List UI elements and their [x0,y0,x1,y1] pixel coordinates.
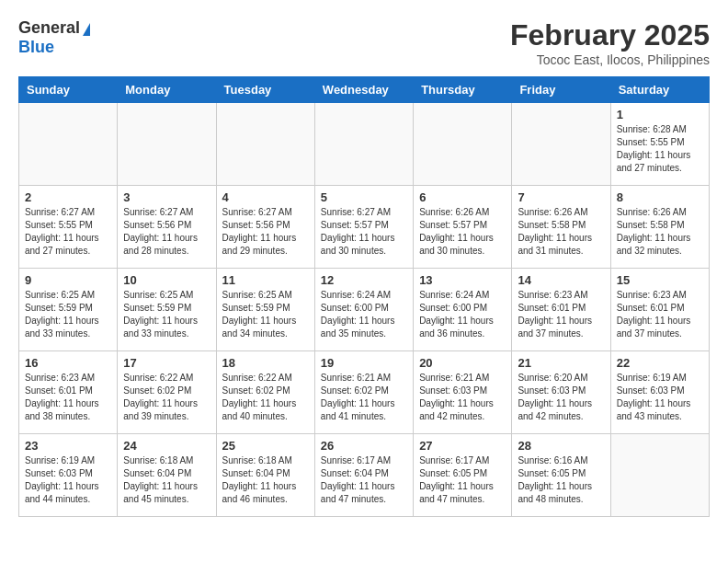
week-row-1: 1Sunrise: 6:28 AMSunset: 5:55 PMDaylight… [19,103,710,186]
day-cell: 24Sunrise: 6:18 AMSunset: 6:04 PMDayligh… [118,434,216,517]
title-section: February 2025 Tococ East, Ilocos, Philip… [510,18,710,67]
day-number: 28 [518,439,604,453]
week-row-3: 9Sunrise: 6:25 AMSunset: 5:59 PMDaylight… [19,269,710,351]
day-cell: 8Sunrise: 6:26 AMSunset: 5:58 PMDaylight… [610,186,709,269]
day-cell [610,434,709,517]
day-cell: 7Sunrise: 6:26 AMSunset: 5:58 PMDaylight… [512,186,610,269]
day-number: 6 [419,190,506,204]
day-number: 15 [617,273,703,287]
day-number: 27 [419,439,506,453]
day-info: Sunrise: 6:26 AMSunset: 5:57 PMDaylight:… [419,206,506,258]
day-cell [314,103,413,186]
day-cell: 13Sunrise: 6:24 AMSunset: 6:00 PMDayligh… [414,269,512,351]
day-info: Sunrise: 6:23 AMSunset: 6:01 PMDaylight:… [25,372,111,423]
day-number: 2 [25,190,111,204]
day-info: Sunrise: 6:22 AMSunset: 6:02 PMDaylight:… [123,372,210,423]
day-cell: 12Sunrise: 6:24 AMSunset: 6:00 PMDayligh… [314,269,413,351]
day-info: Sunrise: 6:21 AMSunset: 6:02 PMDaylight:… [321,372,407,423]
day-info: Sunrise: 6:18 AMSunset: 6:04 PMDaylight:… [222,454,309,506]
day-number: 26 [321,439,407,453]
day-number: 10 [123,273,210,287]
day-cell: 9Sunrise: 6:25 AMSunset: 5:59 PMDaylight… [19,269,118,351]
week-row-4: 16Sunrise: 6:23 AMSunset: 6:01 PMDayligh… [19,351,710,434]
header-monday: Monday [118,77,216,103]
day-info: Sunrise: 6:23 AMSunset: 6:01 PMDaylight:… [518,289,604,340]
day-cell: 17Sunrise: 6:22 AMSunset: 6:02 PMDayligh… [118,351,216,434]
day-number: 7 [518,190,604,204]
month-title: February 2025 [510,18,710,52]
header-saturday: Saturday [610,77,709,103]
day-cell [512,103,610,186]
day-cell: 27Sunrise: 6:17 AMSunset: 6:05 PMDayligh… [414,434,512,517]
header-thursday: Thursday [414,77,512,103]
day-number: 18 [222,356,309,370]
day-number: 4 [222,190,309,204]
day-cell: 18Sunrise: 6:22 AMSunset: 6:02 PMDayligh… [216,351,314,434]
day-info: Sunrise: 6:26 AMSunset: 5:58 PMDaylight:… [617,206,703,258]
day-cell: 11Sunrise: 6:25 AMSunset: 5:59 PMDayligh… [216,269,314,351]
day-number: 12 [321,273,407,287]
day-cell [216,103,314,186]
day-cell: 1Sunrise: 6:28 AMSunset: 5:55 PMDaylight… [610,103,709,186]
day-info: Sunrise: 6:22 AMSunset: 6:02 PMDaylight:… [222,372,309,423]
day-cell: 4Sunrise: 6:27 AMSunset: 5:56 PMDaylight… [216,186,314,269]
day-cell: 15Sunrise: 6:23 AMSunset: 6:01 PMDayligh… [610,269,709,351]
day-info: Sunrise: 6:27 AMSunset: 5:57 PMDaylight:… [321,206,407,258]
day-info: Sunrise: 6:16 AMSunset: 6:05 PMDaylight:… [518,454,604,506]
header-sunday: Sunday [19,77,118,103]
day-number: 1 [617,108,703,121]
header-row: SundayMondayTuesdayWednesdayThursdayFrid… [19,77,710,103]
day-number: 25 [222,439,309,453]
day-cell: 3Sunrise: 6:27 AMSunset: 5:56 PMDaylight… [118,186,216,269]
day-cell: 22Sunrise: 6:19 AMSunset: 6:03 PMDayligh… [610,351,709,434]
day-info: Sunrise: 6:24 AMSunset: 6:00 PMDaylight:… [321,289,407,340]
day-number: 3 [123,190,210,204]
day-cell: 26Sunrise: 6:17 AMSunset: 6:04 PMDayligh… [314,434,413,517]
logo-triangle-icon [83,23,90,36]
day-number: 23 [25,439,111,453]
day-info: Sunrise: 6:20 AMSunset: 6:03 PMDaylight:… [518,372,604,423]
day-cell [118,103,216,186]
day-info: Sunrise: 6:23 AMSunset: 6:01 PMDaylight:… [617,289,703,340]
day-cell: 14Sunrise: 6:23 AMSunset: 6:01 PMDayligh… [512,269,610,351]
day-number: 16 [25,356,111,370]
day-number: 20 [419,356,506,370]
day-info: Sunrise: 6:17 AMSunset: 6:04 PMDaylight:… [321,454,407,506]
day-number: 11 [222,273,309,287]
week-row-5: 23Sunrise: 6:19 AMSunset: 6:03 PMDayligh… [19,434,710,517]
day-info: Sunrise: 6:25 AMSunset: 5:59 PMDaylight:… [25,289,111,340]
header-friday: Friday [512,77,610,103]
day-info: Sunrise: 6:19 AMSunset: 6:03 PMDaylight:… [25,454,111,506]
page-header: General Blue February 2025 Tococ East, I… [18,18,710,67]
day-cell: 6Sunrise: 6:26 AMSunset: 5:57 PMDaylight… [414,186,512,269]
day-number: 24 [123,439,210,453]
week-row-2: 2Sunrise: 6:27 AMSunset: 5:55 PMDaylight… [19,186,710,269]
day-number: 5 [321,190,407,204]
day-info: Sunrise: 6:25 AMSunset: 5:59 PMDaylight:… [222,289,309,340]
day-number: 8 [617,190,703,204]
day-info: Sunrise: 6:26 AMSunset: 5:58 PMDaylight:… [518,206,604,258]
day-info: Sunrise: 6:21 AMSunset: 6:03 PMDaylight:… [419,372,506,423]
day-info: Sunrise: 6:27 AMSunset: 5:55 PMDaylight:… [25,206,111,258]
day-cell: 5Sunrise: 6:27 AMSunset: 5:57 PMDaylight… [314,186,413,269]
day-number: 22 [617,356,703,370]
day-number: 9 [25,273,111,287]
day-cell: 16Sunrise: 6:23 AMSunset: 6:01 PMDayligh… [19,351,118,434]
logo-top: General [18,18,90,38]
day-info: Sunrise: 6:24 AMSunset: 6:00 PMDaylight:… [419,289,506,340]
day-cell [19,103,118,186]
day-info: Sunrise: 6:27 AMSunset: 5:56 PMDaylight:… [123,206,210,258]
day-number: 19 [321,356,407,370]
day-cell: 19Sunrise: 6:21 AMSunset: 6:02 PMDayligh… [314,351,413,434]
day-number: 17 [123,356,210,370]
day-info: Sunrise: 6:25 AMSunset: 5:59 PMDaylight:… [123,289,210,340]
header-tuesday: Tuesday [216,77,314,103]
logo-blue-text: Blue [18,38,54,56]
day-cell [414,103,512,186]
header-wednesday: Wednesday [314,77,413,103]
calendar-table: SundayMondayTuesdayWednesdayThursdayFrid… [18,76,710,517]
day-info: Sunrise: 6:28 AMSunset: 5:55 PMDaylight:… [617,123,703,175]
day-cell: 23Sunrise: 6:19 AMSunset: 6:03 PMDayligh… [19,434,118,517]
day-number: 21 [518,356,604,370]
logo-general-text: General [18,18,80,37]
